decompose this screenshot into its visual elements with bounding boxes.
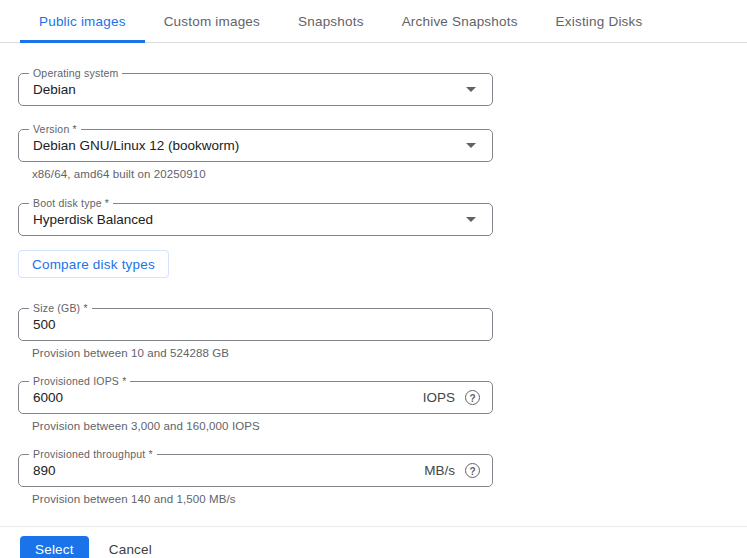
provisioned-throughput-label: Provisioned throughput *: [29, 448, 157, 461]
version-select[interactable]: Version * Debian GNU/Linux 12 (bookworm): [18, 129, 493, 162]
arrow-drop-down-icon: [466, 87, 476, 92]
throughput-unit-suffix: MB/s: [424, 463, 455, 478]
throughput-helper-text: Provision between 140 and 1,500 MB/s: [32, 493, 747, 505]
arrow-drop-down-icon: [466, 143, 476, 148]
help-icon[interactable]: ?: [465, 390, 480, 405]
operating-system-select[interactable]: Operating system Debian: [18, 73, 493, 106]
tab-snapshots[interactable]: Snapshots: [279, 0, 383, 43]
iops-unit-suffix: IOPS: [423, 390, 455, 405]
tab-archive-snapshots[interactable]: Archive Snapshots: [383, 0, 537, 43]
version-label: Version *: [29, 123, 81, 136]
provisioned-iops-field: Provisioned IOPS * IOPS ?: [18, 381, 493, 414]
help-icon[interactable]: ?: [465, 463, 480, 478]
version-value: Debian GNU/Linux 12 (bookworm): [19, 138, 466, 153]
cancel-button[interactable]: Cancel: [109, 542, 152, 557]
provisioned-iops-label: Provisioned IOPS *: [29, 375, 130, 388]
boot-disk-form: Operating system Debian Version * Debian…: [0, 73, 747, 505]
size-helper-text: Provision between 10 and 524288 GB: [32, 347, 747, 359]
tab-custom-images[interactable]: Custom images: [145, 0, 279, 43]
operating-system-value: Debian: [19, 82, 466, 97]
image-source-tab-bar: Public images Custom images Snapshots Ar…: [0, 0, 747, 43]
operating-system-label: Operating system: [29, 67, 122, 80]
version-helper-text: x86/64, amd64 built on 20250910: [32, 168, 747, 180]
provisioned-throughput-field: Provisioned throughput * MB/s ?: [18, 454, 493, 487]
footer-actions: Select Cancel: [0, 527, 747, 558]
iops-helper-text: Provision between 3,000 and 160,000 IOPS: [32, 420, 747, 432]
size-field: Size (GB) *: [18, 308, 493, 341]
arrow-drop-down-icon: [466, 217, 476, 222]
boot-disk-type-value: Hyperdisk Balanced: [19, 212, 466, 227]
boot-disk-panel: Public images Custom images Snapshots Ar…: [0, 0, 747, 558]
select-button[interactable]: Select: [20, 536, 89, 558]
size-label: Size (GB) *: [29, 302, 92, 315]
compare-disk-types-button[interactable]: Compare disk types: [18, 250, 169, 278]
tab-existing-disks[interactable]: Existing Disks: [537, 0, 662, 43]
boot-disk-type-select[interactable]: Boot disk type * Hyperdisk Balanced: [18, 203, 493, 236]
boot-disk-type-label: Boot disk type *: [29, 197, 113, 210]
tab-public-images[interactable]: Public images: [20, 0, 145, 43]
